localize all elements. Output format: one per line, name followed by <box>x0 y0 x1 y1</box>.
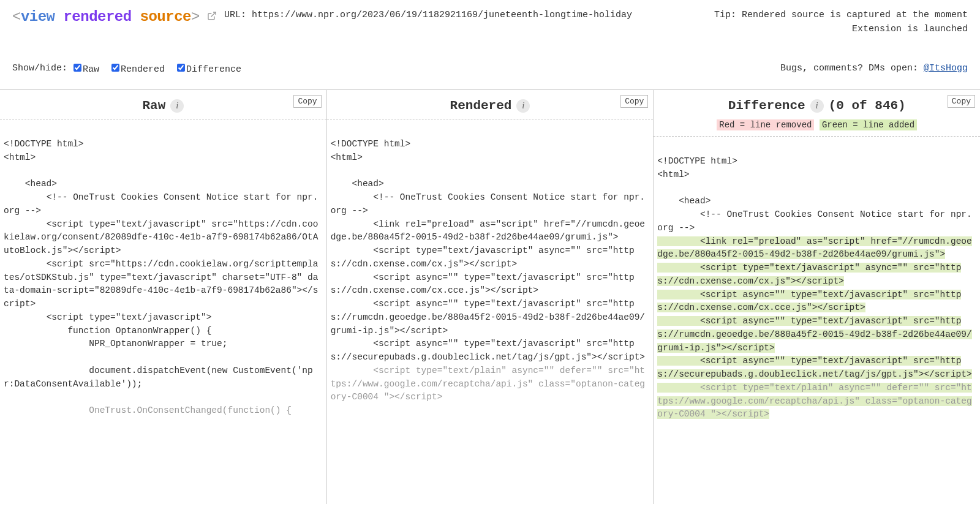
show-hide-label: Show/hide: <box>12 63 67 73</box>
diff-count: (0 of 846) <box>829 99 906 113</box>
url-display: URL: https://www.npr.org/2023/06/19/1182… <box>224 9 685 23</box>
bugs-link[interactable]: @ItsHogg <box>924 63 968 73</box>
column-rendered: Copy Rendered i <!DOCTYPE html> <html> <… <box>327 90 654 504</box>
copy-button-rendered[interactable]: Copy <box>620 95 648 108</box>
diff-source-body[interactable]: <!DOCTYPE html> <html> <head> <!-- OneTr… <box>654 137 980 504</box>
column-title-diff: Difference <box>728 99 805 113</box>
legend-removed: Red = line removed <box>717 119 814 130</box>
diff-legend: Red = line removed Green = line added <box>658 120 975 130</box>
bugs-contact: Bugs, comments? DMs open: @ItsHogg <box>780 63 968 73</box>
checkbox-raw[interactable] <box>74 64 81 72</box>
rendered-source-body[interactable]: <!DOCTYPE html> <html> <head> <!-- OneTr… <box>327 119 654 504</box>
app-logo: <view rendered source> <box>12 9 200 25</box>
column-title-raw: Raw <box>142 99 165 113</box>
column-title-rendered: Rendered <box>450 99 512 113</box>
tip-text: Tip: Rendered source is captured at the … <box>692 9 968 36</box>
legend-added: Green = line added <box>820 119 917 130</box>
url-value: https://www.npr.org/2023/06/19/118292116… <box>252 10 632 20</box>
info-icon[interactable]: i <box>170 99 184 113</box>
info-icon[interactable]: i <box>810 99 824 113</box>
toggle-difference[interactable]: Difference <box>175 62 241 75</box>
columns-container: Copy Raw i <!DOCTYPE html> <html> <head>… <box>0 90 980 504</box>
checkbox-rendered[interactable] <box>111 64 119 72</box>
show-hide-toggles: Show/hide: Raw Rendered Difference <box>12 62 247 75</box>
svg-line-0 <box>211 12 216 17</box>
column-raw: Copy Raw i <!DOCTYPE html> <html> <head>… <box>0 90 327 504</box>
info-icon[interactable]: i <box>516 99 530 113</box>
copy-button-diff[interactable]: Copy <box>948 95 975 108</box>
url-label: URL: <box>224 10 252 20</box>
external-link-icon[interactable] <box>207 11 217 24</box>
header: <view rendered source> URL: https://www.… <box>0 0 980 81</box>
raw-source-body[interactable]: <!DOCTYPE html> <html> <head> <!-- OneTr… <box>0 119 326 504</box>
column-difference: Copy Difference i (0 of 846) Red = line … <box>654 90 980 504</box>
checkbox-difference[interactable] <box>177 64 185 72</box>
toggle-rendered[interactable]: Rendered <box>109 62 165 75</box>
toggle-raw[interactable]: Raw <box>71 62 99 75</box>
copy-button-raw[interactable]: Copy <box>293 95 321 108</box>
